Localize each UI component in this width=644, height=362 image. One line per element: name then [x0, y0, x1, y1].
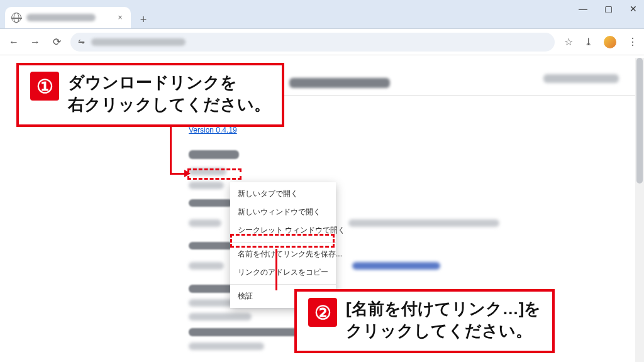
annotation-step-2: ② [名前を付けてリンク…]を クリックしてください。 [294, 289, 555, 353]
forward-button[interactable]: → [28, 35, 43, 50]
annotation-arrow-head [184, 170, 191, 177]
browser-menu-button[interactable]: ⋮ [628, 36, 638, 48]
tab-title-blurred [26, 14, 96, 21]
context-menu-separator [230, 284, 336, 285]
annotation-step-number: ① [30, 72, 59, 101]
address-bar: ← → ⟳ ⇋ ☆ ⤓ ⋮ [0, 29, 644, 55]
browser-tab[interactable]: × [5, 7, 131, 28]
window-close-button[interactable]: ✕ [628, 4, 639, 14]
bookmark-star-icon[interactable]: ☆ [564, 36, 573, 48]
annotation-step-text: [名前を付けてリンク…]を クリックしてください。 [346, 298, 541, 342]
context-menu-item-copy-link[interactable]: リンクのアドレスをコピー [230, 263, 336, 282]
globe-icon [11, 13, 21, 23]
downloads-icon[interactable]: ⤓ [584, 36, 592, 48]
window-controls: — ▢ ✕ [577, 4, 639, 14]
annotation-arrow [170, 126, 172, 175]
back-button[interactable]: ← [6, 35, 21, 50]
tab-close-button[interactable]: × [116, 13, 125, 22]
context-menu-item-new-window[interactable]: 新しいウィンドウで開く [230, 203, 336, 221]
url-text-blurred [91, 38, 186, 46]
reload-button[interactable]: ⟳ [49, 35, 64, 50]
window-minimize-button[interactable]: — [577, 4, 589, 14]
annotation-step-number: ② [308, 298, 337, 327]
toolbar-right: ☆ ⤓ ⋮ [564, 36, 638, 48]
site-settings-icon[interactable]: ⇋ [78, 37, 85, 47]
window-maximize-button[interactable]: ▢ [602, 4, 614, 14]
profile-avatar[interactable] [604, 36, 616, 48]
new-tab-button[interactable]: + [135, 11, 152, 28]
annotation-highlight-save-item [230, 234, 335, 248]
context-menu-item-save-link-as[interactable]: 名前を付けてリンク先を保存... [230, 245, 336, 263]
annotation-step-text: ダウンロードリンクを 右クリックしてください。 [68, 72, 270, 116]
annotation-step-1: ① ダウンロードリンクを 右クリックしてください。 [16, 63, 284, 127]
url-bar[interactable]: ⇋ [70, 33, 555, 52]
annotation-arrow [275, 249, 277, 290]
context-menu-item-new-tab[interactable]: 新しいタブで開く [230, 185, 336, 203]
annotation-highlight-link [187, 168, 242, 180]
tab-strip: × + — ▢ ✕ [0, 0, 644, 29]
vertical-scrollbar-thumb[interactable] [636, 58, 643, 184]
